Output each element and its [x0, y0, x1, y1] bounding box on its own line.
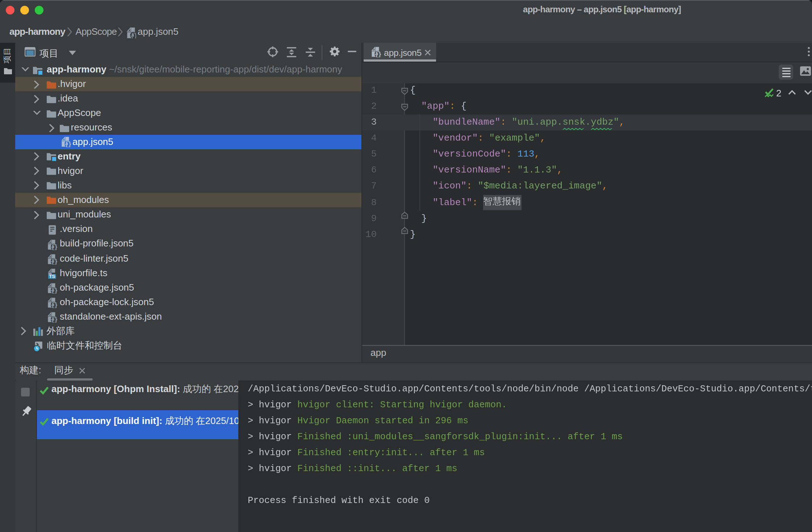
svg-text:}: }: [133, 32, 136, 38]
